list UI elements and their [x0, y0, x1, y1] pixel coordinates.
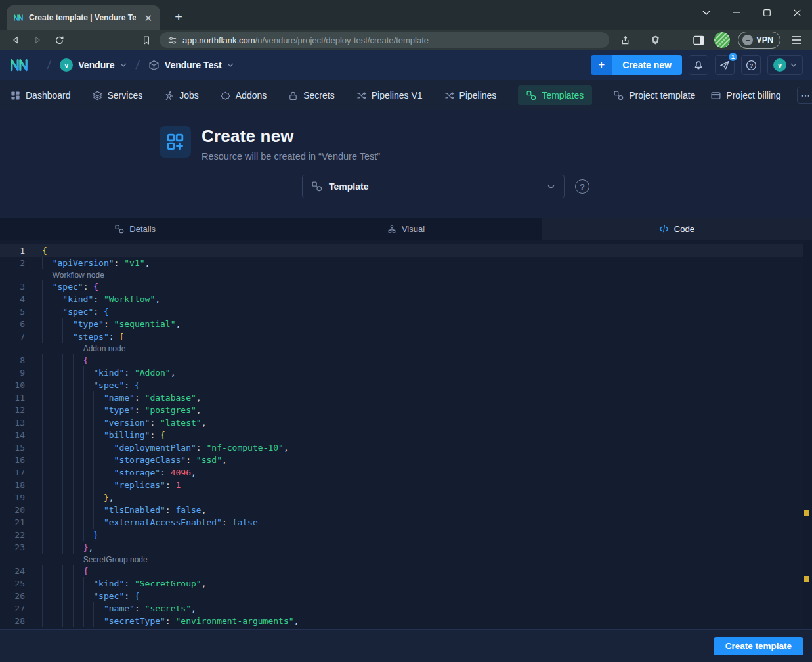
share-icon[interactable]: [617, 32, 633, 48]
window-close-button[interactable]: [782, 0, 812, 25]
code-line[interactable]: 12"type": "postgres",: [0, 404, 812, 416]
back-button[interactable]: [8, 32, 24, 48]
whats-new-button[interactable]: 1: [715, 55, 735, 75]
line-number: 21: [0, 516, 25, 529]
nav-label: Project billing: [726, 90, 780, 100]
line-number: 5: [0, 305, 25, 318]
code-line[interactable]: 8{: [0, 354, 812, 366]
tab-close-icon[interactable]: ✕: [141, 12, 155, 24]
nav-item-addons[interactable]: Addons: [221, 90, 267, 100]
chevron-down-icon[interactable]: [120, 63, 127, 67]
code-line[interactable]: 6"type": "sequential",: [0, 318, 812, 330]
line-number: 27: [0, 602, 25, 615]
brave-shields-icon[interactable]: [647, 32, 663, 48]
template-icon: [614, 91, 624, 100]
code-line[interactable]: 22}: [0, 529, 812, 541]
code-line[interactable]: 9"kind": "Addon",: [0, 366, 812, 379]
tab-visual[interactable]: Visual: [270, 218, 541, 240]
browser-tab-bar: Create template | Vendure Test | ✕ +: [0, 0, 812, 30]
code-line[interactable]: 23},: [0, 541, 812, 554]
nav-label: Services: [108, 90, 143, 100]
line-number: 8: [0, 354, 25, 366]
forward-button[interactable]: [30, 32, 45, 48]
code-line[interactable]: 14"billing": {: [0, 429, 812, 441]
code-line[interactable]: 20"tlsEnabled": false,: [0, 504, 812, 516]
code-line[interactable]: 10"spec": {: [0, 379, 812, 391]
code-line[interactable]: 4"kind": "Workflow",: [0, 293, 812, 305]
line-number: 18: [0, 479, 25, 491]
window-minimize-button[interactable]: [721, 0, 752, 25]
code-line[interactable]: 26"spec": {: [0, 590, 812, 602]
sidebar-toggle-icon[interactable]: [691, 32, 706, 48]
code-line[interactable]: 2"apiVersion": "v1",: [0, 257, 812, 269]
resource-type-dropdown[interactable]: Template: [302, 175, 565, 198]
org-avatar: v: [60, 58, 73, 72]
code-line[interactable]: 5"spec": {: [0, 305, 812, 318]
vpn-button[interactable]: – VPN: [738, 32, 780, 49]
breadcrumb-project[interactable]: Vendure Test: [148, 60, 234, 71]
code-line[interactable]: 7"steps": [: [0, 330, 812, 343]
code-editor[interactable]: 1{2"apiVersion": "v1",Workflow node3"spe…: [0, 240, 812, 629]
create-template-button[interactable]: Create template: [714, 637, 803, 655]
tab-details[interactable]: Details: [0, 218, 270, 240]
window-maximize-button[interactable]: [752, 0, 782, 25]
nav-item-services[interactable]: Services: [93, 90, 143, 100]
tab-search-chevron-icon[interactable]: [691, 0, 721, 25]
notifications-button[interactable]: [689, 55, 708, 75]
reload-button[interactable]: [51, 32, 67, 48]
nav-item-jobs[interactable]: Jobs: [164, 90, 199, 100]
view-tabstrip: Details Visual Code: [0, 218, 812, 240]
line-number: 10: [0, 379, 25, 391]
user-menu-button[interactable]: v: [767, 55, 803, 75]
nav-item-project-template[interactable]: Project template: [614, 90, 695, 100]
url-bar[interactable]: app.northflank.com/u/vendure/project/dep…: [160, 32, 609, 48]
editor-overview-ruler[interactable]: [803, 240, 812, 629]
breadcrumb-org[interactable]: v Vendure: [60, 58, 126, 72]
footer-bar: Create template: [0, 629, 812, 662]
code-line[interactable]: 1{: [0, 244, 812, 257]
line-number: 3: [0, 280, 25, 293]
browser-tab[interactable]: Create template | Vendure Test | ✕: [7, 5, 160, 30]
help-button[interactable]: ?: [741, 55, 761, 75]
code-line[interactable]: 21"externalAccessEnabled": false: [0, 516, 812, 529]
breadcrumb-divider: /: [46, 58, 51, 72]
nav-item-project-billing[interactable]: Project billing: [711, 90, 780, 100]
code-line[interactable]: 13"version": "latest",: [0, 416, 812, 429]
code-line[interactable]: 15"deploymentPlan": "nf-compute-10",: [0, 441, 812, 454]
nav-more-button[interactable]: ⋯: [797, 87, 812, 104]
nav-item-secrets[interactable]: Secrets: [288, 90, 334, 100]
line-number: 2: [0, 257, 25, 269]
code-line[interactable]: 25"kind": "SecretGroup",: [0, 577, 812, 590]
app-header: / v Vendure / Vendure Test + Create new: [0, 50, 812, 80]
dropdown-help-icon[interactable]: ?: [575, 179, 589, 194]
code-line[interactable]: 18"replicas": 1: [0, 479, 812, 491]
code-line[interactable]: 17"storage": 4096,: [0, 466, 812, 479]
nav-item-templates[interactable]: Templates: [518, 85, 592, 105]
code-line[interactable]: 11"name": "database",: [0, 391, 812, 404]
line-number: 16: [0, 454, 25, 466]
nav-item-pipelines[interactable]: Pipelines: [444, 90, 497, 100]
nav-label: Secrets: [303, 90, 334, 100]
nav-item-dashboard[interactable]: Dashboard: [11, 90, 71, 100]
site-settings-icon[interactable]: [167, 35, 177, 45]
code-line[interactable]: 27"name": "secrets",: [0, 602, 812, 615]
profile-avatar[interactable]: [714, 32, 730, 48]
line-number: 4: [0, 293, 25, 305]
code-line[interactable]: 16"storageClass": "ssd",: [0, 454, 812, 466]
nav-item-pipelines-v1[interactable]: Pipelines V1: [356, 90, 423, 100]
code-line[interactable]: 28"secretType": "environment-arguments",: [0, 615, 812, 627]
nav-label: Jobs: [179, 90, 199, 100]
tab-code[interactable]: Code: [542, 218, 812, 240]
code-line[interactable]: 24{: [0, 565, 812, 577]
browser-menu-icon[interactable]: [788, 32, 804, 48]
new-tab-button[interactable]: +: [169, 8, 188, 26]
code-line[interactable]: 19},: [0, 491, 812, 504]
create-new-button[interactable]: + Create new: [591, 55, 682, 75]
line-number: 14: [0, 429, 25, 441]
page-title: Create new: [202, 126, 380, 146]
bookmark-icon[interactable]: [139, 32, 154, 48]
chevron-down-icon[interactable]: [227, 63, 234, 67]
line-number: 12: [0, 404, 25, 416]
northflank-logo-icon[interactable]: [9, 55, 29, 75]
code-line[interactable]: 3"spec": {: [0, 280, 812, 293]
